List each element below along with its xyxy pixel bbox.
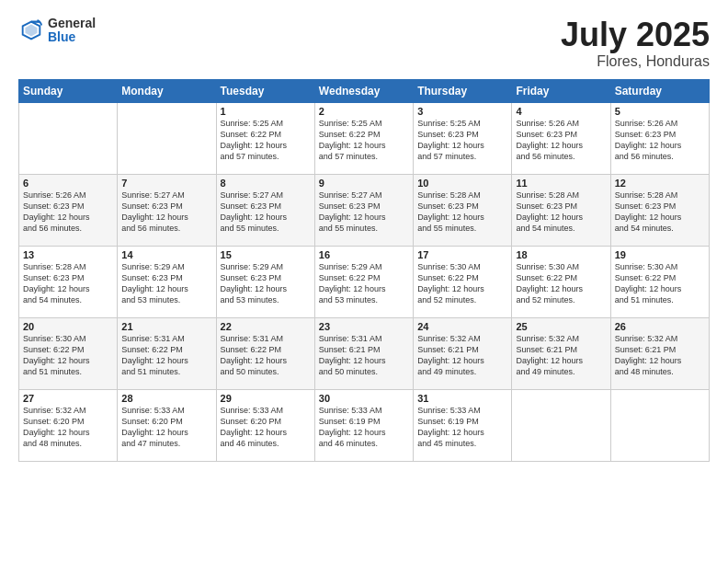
day-number: 24 bbox=[417, 321, 507, 332]
week-row-3: 13Sunrise: 5:28 AM Sunset: 6:23 PM Dayli… bbox=[19, 246, 710, 317]
logo-general-text: General bbox=[48, 17, 96, 30]
weekday-header-saturday: Saturday bbox=[610, 79, 709, 102]
day-number: 5 bbox=[615, 106, 705, 117]
day-number: 15 bbox=[221, 249, 311, 260]
calendar-cell: 11Sunrise: 5:28 AM Sunset: 6:23 PM Dayli… bbox=[512, 174, 610, 246]
day-number: 2 bbox=[319, 106, 409, 117]
calendar-cell: 1Sunrise: 5:25 AM Sunset: 6:22 PM Daylig… bbox=[216, 102, 314, 174]
day-info: Sunrise: 5:29 AM Sunset: 6:23 PM Dayligh… bbox=[221, 261, 311, 306]
day-info: Sunrise: 5:33 AM Sunset: 6:20 PM Dayligh… bbox=[121, 405, 211, 450]
weekday-header-friday: Friday bbox=[512, 79, 610, 102]
calendar-page: General Blue July 2025 Flores, Honduras … bbox=[0, 0, 728, 563]
day-number: 1 bbox=[221, 106, 311, 117]
day-info: Sunrise: 5:30 AM Sunset: 6:22 PM Dayligh… bbox=[23, 333, 113, 378]
calendar-cell: 14Sunrise: 5:29 AM Sunset: 6:23 PM Dayli… bbox=[118, 246, 216, 317]
calendar-cell: 16Sunrise: 5:29 AM Sunset: 6:22 PM Dayli… bbox=[314, 246, 413, 317]
day-number: 14 bbox=[121, 249, 211, 260]
weekday-header-row: SundayMondayTuesdayWednesdayThursdayFrid… bbox=[19, 79, 710, 102]
calendar-cell: 6Sunrise: 5:26 AM Sunset: 6:23 PM Daylig… bbox=[19, 174, 118, 246]
day-info: Sunrise: 5:26 AM Sunset: 6:23 PM Dayligh… bbox=[23, 190, 113, 235]
day-number: 10 bbox=[417, 178, 507, 189]
day-number: 8 bbox=[221, 178, 311, 189]
calendar-cell: 30Sunrise: 5:33 AM Sunset: 6:19 PM Dayli… bbox=[314, 389, 413, 461]
day-info: Sunrise: 5:28 AM Sunset: 6:23 PM Dayligh… bbox=[23, 261, 113, 306]
day-info: Sunrise: 5:33 AM Sunset: 6:20 PM Dayligh… bbox=[221, 405, 311, 450]
weekday-header-tuesday: Tuesday bbox=[216, 79, 314, 102]
calendar-cell: 31Sunrise: 5:33 AM Sunset: 6:19 PM Dayli… bbox=[414, 389, 512, 461]
day-info: Sunrise: 5:32 AM Sunset: 6:21 PM Dayligh… bbox=[615, 333, 705, 378]
day-info: Sunrise: 5:33 AM Sunset: 6:19 PM Dayligh… bbox=[319, 405, 409, 450]
calendar-cell: 12Sunrise: 5:28 AM Sunset: 6:23 PM Dayli… bbox=[610, 174, 709, 246]
day-info: Sunrise: 5:31 AM Sunset: 6:21 PM Dayligh… bbox=[319, 333, 409, 378]
day-info: Sunrise: 5:27 AM Sunset: 6:23 PM Dayligh… bbox=[319, 190, 409, 235]
calendar-cell bbox=[118, 102, 216, 174]
header: General Blue July 2025 Flores, Honduras bbox=[18, 17, 710, 70]
day-info: Sunrise: 5:25 AM Sunset: 6:22 PM Dayligh… bbox=[319, 118, 409, 163]
calendar-cell: 9Sunrise: 5:27 AM Sunset: 6:23 PM Daylig… bbox=[314, 174, 413, 246]
calendar-cell: 25Sunrise: 5:32 AM Sunset: 6:21 PM Dayli… bbox=[512, 317, 610, 389]
calendar-cell: 23Sunrise: 5:31 AM Sunset: 6:21 PM Dayli… bbox=[314, 317, 413, 389]
logo-blue-text: Blue bbox=[48, 30, 96, 44]
day-number: 20 bbox=[23, 321, 113, 332]
day-number: 30 bbox=[319, 393, 409, 404]
day-number: 17 bbox=[417, 249, 507, 260]
day-info: Sunrise: 5:27 AM Sunset: 6:23 PM Dayligh… bbox=[221, 190, 311, 235]
day-info: Sunrise: 5:26 AM Sunset: 6:23 PM Dayligh… bbox=[516, 118, 606, 163]
day-info: Sunrise: 5:29 AM Sunset: 6:23 PM Dayligh… bbox=[121, 261, 211, 306]
calendar-cell: 2Sunrise: 5:25 AM Sunset: 6:22 PM Daylig… bbox=[314, 102, 413, 174]
calendar-cell: 24Sunrise: 5:32 AM Sunset: 6:21 PM Dayli… bbox=[414, 317, 512, 389]
logo-text: General Blue bbox=[48, 17, 96, 45]
calendar-cell bbox=[512, 389, 610, 461]
day-number: 23 bbox=[319, 321, 409, 332]
main-title: July 2025 bbox=[561, 17, 710, 53]
day-info: Sunrise: 5:32 AM Sunset: 6:21 PM Dayligh… bbox=[417, 333, 507, 378]
calendar-table: SundayMondayTuesdayWednesdayThursdayFrid… bbox=[18, 79, 710, 462]
day-info: Sunrise: 5:30 AM Sunset: 6:22 PM Dayligh… bbox=[417, 261, 507, 306]
calendar-cell: 28Sunrise: 5:33 AM Sunset: 6:20 PM Dayli… bbox=[118, 389, 216, 461]
day-info: Sunrise: 5:31 AM Sunset: 6:22 PM Dayligh… bbox=[221, 333, 311, 378]
calendar-cell: 19Sunrise: 5:30 AM Sunset: 6:22 PM Dayli… bbox=[610, 246, 709, 317]
week-row-5: 27Sunrise: 5:32 AM Sunset: 6:20 PM Dayli… bbox=[19, 389, 710, 461]
day-info: Sunrise: 5:30 AM Sunset: 6:22 PM Dayligh… bbox=[615, 261, 705, 306]
day-number: 22 bbox=[221, 321, 311, 332]
calendar-cell: 27Sunrise: 5:32 AM Sunset: 6:20 PM Dayli… bbox=[19, 389, 118, 461]
calendar-cell: 17Sunrise: 5:30 AM Sunset: 6:22 PM Dayli… bbox=[414, 246, 512, 317]
day-number: 27 bbox=[23, 393, 113, 404]
day-info: Sunrise: 5:32 AM Sunset: 6:21 PM Dayligh… bbox=[516, 333, 606, 378]
weekday-header-sunday: Sunday bbox=[19, 79, 118, 102]
week-row-1: 1Sunrise: 5:25 AM Sunset: 6:22 PM Daylig… bbox=[19, 102, 710, 174]
day-info: Sunrise: 5:27 AM Sunset: 6:23 PM Dayligh… bbox=[121, 190, 211, 235]
day-number: 12 bbox=[615, 178, 705, 189]
day-number: 9 bbox=[319, 178, 409, 189]
title-area: July 2025 Flores, Honduras bbox=[561, 17, 710, 70]
day-info: Sunrise: 5:28 AM Sunset: 6:23 PM Dayligh… bbox=[516, 190, 606, 235]
calendar-cell: 20Sunrise: 5:30 AM Sunset: 6:22 PM Dayli… bbox=[19, 317, 118, 389]
calendar-cell bbox=[610, 389, 709, 461]
day-number: 29 bbox=[221, 393, 311, 404]
day-number: 13 bbox=[23, 249, 113, 260]
calendar-cell: 21Sunrise: 5:31 AM Sunset: 6:22 PM Dayli… bbox=[118, 317, 216, 389]
day-info: Sunrise: 5:28 AM Sunset: 6:23 PM Dayligh… bbox=[417, 190, 507, 235]
day-info: Sunrise: 5:25 AM Sunset: 6:23 PM Dayligh… bbox=[417, 118, 507, 163]
day-number: 16 bbox=[319, 249, 409, 260]
svg-marker-1 bbox=[25, 25, 37, 37]
calendar-cell: 22Sunrise: 5:31 AM Sunset: 6:22 PM Dayli… bbox=[216, 317, 314, 389]
day-info: Sunrise: 5:32 AM Sunset: 6:20 PM Dayligh… bbox=[23, 405, 113, 450]
weekday-header-wednesday: Wednesday bbox=[314, 79, 413, 102]
day-number: 6 bbox=[23, 178, 113, 189]
day-info: Sunrise: 5:25 AM Sunset: 6:22 PM Dayligh… bbox=[221, 118, 311, 163]
calendar-cell: 7Sunrise: 5:27 AM Sunset: 6:23 PM Daylig… bbox=[118, 174, 216, 246]
day-info: Sunrise: 5:31 AM Sunset: 6:22 PM Dayligh… bbox=[121, 333, 211, 378]
week-row-4: 20Sunrise: 5:30 AM Sunset: 6:22 PM Dayli… bbox=[19, 317, 710, 389]
week-row-2: 6Sunrise: 5:26 AM Sunset: 6:23 PM Daylig… bbox=[19, 174, 710, 246]
day-number: 4 bbox=[516, 106, 606, 117]
day-info: Sunrise: 5:30 AM Sunset: 6:22 PM Dayligh… bbox=[516, 261, 606, 306]
calendar-cell: 29Sunrise: 5:33 AM Sunset: 6:20 PM Dayli… bbox=[216, 389, 314, 461]
calendar-cell: 3Sunrise: 5:25 AM Sunset: 6:23 PM Daylig… bbox=[414, 102, 512, 174]
subtitle: Flores, Honduras bbox=[561, 53, 710, 70]
day-number: 11 bbox=[516, 178, 606, 189]
day-info: Sunrise: 5:28 AM Sunset: 6:23 PM Dayligh… bbox=[615, 190, 705, 235]
day-number: 19 bbox=[615, 249, 705, 260]
calendar-cell: 15Sunrise: 5:29 AM Sunset: 6:23 PM Dayli… bbox=[216, 246, 314, 317]
calendar-cell bbox=[19, 102, 118, 174]
